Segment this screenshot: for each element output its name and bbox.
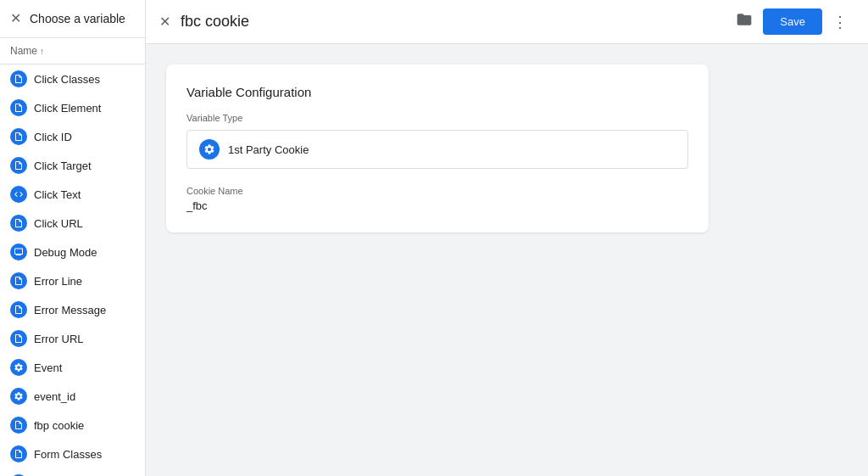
sidebar-item-label: Click Classes <box>34 73 100 86</box>
cookie-name-value: _fbc <box>186 199 688 212</box>
sidebar-item-event-id[interactable]: event_id <box>0 382 145 411</box>
sidebar-col-header: Name ↑ <box>0 38 145 64</box>
doc-icon <box>10 417 27 434</box>
code-icon <box>10 186 27 203</box>
save-button[interactable]: Save <box>763 8 822 35</box>
sidebar-item-click-classes[interactable]: Click Classes <box>0 64 145 93</box>
doc-icon <box>10 330 27 347</box>
monitor-icon <box>10 244 27 260</box>
sidebar-item-form-element[interactable]: Form Element <box>0 468 145 476</box>
doc-icon <box>10 215 27 232</box>
sidebar-item-label: Error URL <box>34 333 84 345</box>
variable-name-input[interactable] <box>181 13 736 31</box>
sidebar-item-error-message[interactable]: Error Message <box>0 295 145 324</box>
variable-type-value: 1st Party Cookie <box>228 143 309 156</box>
topbar: ✕ Save ⋮ <box>146 0 868 44</box>
sidebar-item-label: Debug Mode <box>34 246 97 259</box>
sidebar-item-label: Form Classes <box>34 448 102 461</box>
sidebar-item-form-classes[interactable]: Form Classes <box>0 440 145 468</box>
sidebar-title: Choose a variable <box>30 12 125 25</box>
doc-icon <box>10 70 27 87</box>
sidebar-item-label: event_id <box>34 390 75 403</box>
sidebar-item-label: Error Message <box>34 304 106 316</box>
sort-icon: ↑ <box>40 47 44 56</box>
sidebar-item-click-target[interactable]: Click Target <box>0 151 145 180</box>
topbar-actions: Save ⋮ <box>763 8 854 35</box>
sidebar-item-fbp-cookie[interactable]: fbp cookie <box>0 411 145 440</box>
folder-icon[interactable] <box>736 11 753 32</box>
sidebar-item-label: Click ID <box>34 131 72 143</box>
gear-icon <box>10 359 27 376</box>
sidebar-item-click-url[interactable]: Click URL <box>0 209 145 238</box>
sidebar-item-label: Click Target <box>34 160 92 172</box>
topbar-close-button[interactable]: ✕ <box>159 14 170 30</box>
doc-icon <box>10 99 27 116</box>
doc-icon <box>10 128 27 145</box>
sidebar-item-label: Click URL <box>34 217 83 230</box>
sidebar-list: Click Classes Click Element Click ID Cli… <box>0 64 145 476</box>
sidebar-item-click-element[interactable]: Click Element <box>0 93 145 122</box>
more-options-button[interactable]: ⋮ <box>826 9 854 35</box>
cookie-name-label: Cookie Name <box>186 186 688 196</box>
sidebar-item-click-text[interactable]: Click Text <box>0 180 145 209</box>
sidebar-item-label: fbp cookie <box>34 419 84 432</box>
main-panel: ✕ Save ⋮ Variable Configuration Variable… <box>146 0 868 476</box>
config-card: Variable Configuration Variable Type 1st… <box>166 64 709 232</box>
doc-icon <box>10 272 27 289</box>
sidebar-item-click-id[interactable]: Click ID <box>0 122 145 151</box>
doc-icon <box>10 445 27 462</box>
sidebar-item-error-url[interactable]: Error URL <box>0 324 145 353</box>
doc-icon <box>10 301 27 318</box>
sidebar-item-error-line[interactable]: Error Line <box>0 266 145 295</box>
sidebar-item-label: Click Text <box>34 188 81 201</box>
sidebar-close-button[interactable]: ✕ <box>10 12 21 25</box>
sidebar-item-debug-mode[interactable]: Debug Mode <box>0 238 145 266</box>
col-name-label: Name <box>10 45 37 57</box>
sidebar-item-event[interactable]: Event <box>0 353 145 382</box>
variable-type-selector[interactable]: 1st Party Cookie <box>186 130 688 169</box>
variable-type-label: Variable Type <box>186 113 688 123</box>
cookie-type-icon <box>199 139 220 160</box>
sidebar-item-label: Error Line <box>34 275 82 288</box>
gear-icon <box>10 388 27 405</box>
content-area: Variable Configuration Variable Type 1st… <box>146 44 868 476</box>
config-card-title: Variable Configuration <box>186 85 688 99</box>
sidebar: ✕ Choose a variable Name ↑ Click Classes… <box>0 0 146 476</box>
sidebar-item-label: Event <box>34 361 62 374</box>
doc-icon <box>10 157 27 174</box>
sidebar-item-label: Click Element <box>34 102 101 115</box>
sidebar-header: ✕ Choose a variable <box>0 0 145 38</box>
